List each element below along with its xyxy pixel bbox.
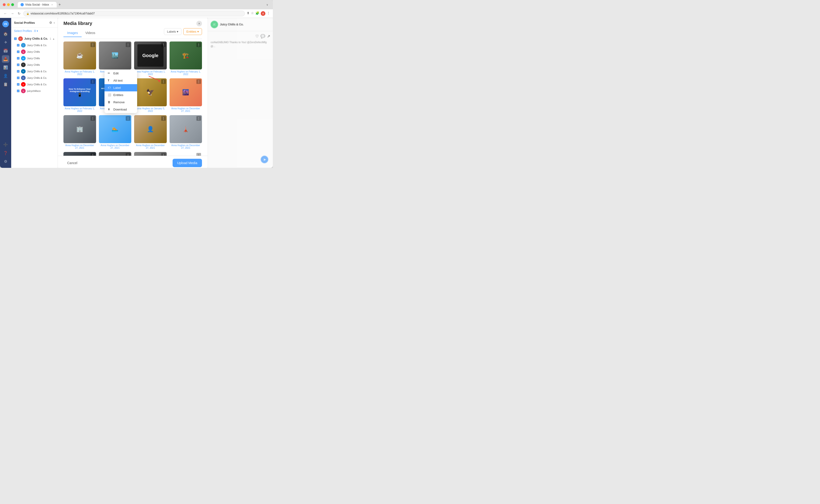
like-icon[interactable]: ♡ — [255, 34, 259, 38]
image-menu-button-11[interactable]: ⋮ — [161, 116, 166, 121]
entities-filter-button[interactable]: Entities ▾ — [183, 28, 202, 35]
image-menu-button-1[interactable]: ⋮ — [90, 42, 95, 47]
image-menu-button-16[interactable]: ⋮ — [196, 153, 201, 155]
send-message-button[interactable]: ➤ — [261, 156, 268, 163]
comment-icon[interactable]: 💬 — [260, 34, 265, 38]
profile-item-8[interactable]: ✓ ig juicychillsco — [11, 88, 58, 94]
bookmark-icon[interactable]: ☆ — [251, 11, 254, 16]
share-icon[interactable]: ⬆ — [247, 11, 249, 16]
group-count: 1 — [50, 38, 51, 40]
item-checkbox[interactable]: ✓ — [17, 50, 20, 53]
forward-button[interactable]: → — [10, 11, 15, 16]
upload-media-button[interactable]: Upload Media — [173, 159, 202, 167]
item-checkbox[interactable]: ✓ — [17, 57, 20, 60]
app-logo[interactable]: VS — [2, 21, 9, 27]
image-menu-button-14[interactable]: ⋮ — [126, 153, 130, 155]
profile-mgmt-icon[interactable]: 👤 — [2, 72, 9, 79]
window-controls: ∨ — [266, 3, 270, 6]
send-icon[interactable]: ✈ — [2, 38, 9, 46]
image-card-12[interactable]: 🗼 ⋮ Anna Hughes on December 27, 2021 — [169, 115, 202, 149]
image-caption-5: Anna Hughes on February 1, 2022 — [63, 107, 96, 112]
image-card-14[interactable]: 👥 ⋮ — [99, 152, 131, 155]
image-card-16[interactable]: UNLOCKINGTHEWORLD ⋮ — [169, 152, 202, 155]
new-tab-button[interactable]: + — [58, 2, 62, 7]
url-bar[interactable]: 🔒 vistasocial.com/inbox/61950b1c7a71904c… — [23, 11, 245, 16]
item-checkbox[interactable]: ✓ — [17, 44, 20, 47]
item-checkbox[interactable]: ✓ — [17, 90, 20, 92]
context-menu-entities[interactable]: ⬜ Entities — [104, 91, 137, 99]
image-menu-button-9[interactable]: ⋮ — [90, 116, 95, 121]
cancel-button[interactable]: Cancel — [63, 159, 81, 167]
tab-images[interactable]: Images — [63, 29, 82, 37]
context-menu-edit[interactable]: ✏ Edit — [104, 70, 137, 77]
active-tab[interactable]: Vista Social - Inbox × — [18, 2, 57, 7]
image-card-4[interactable]: 🏗️ ⋮ Anna Hughes on February 1, 2022 — [169, 41, 202, 76]
profile-icon[interactable]: A — [261, 11, 265, 16]
profile-item-4[interactable]: ✓ 𝕏 Juicy Chills — [11, 62, 58, 68]
group-expand-icon[interactable]: ▲ — [52, 38, 55, 40]
profile-item-1[interactable]: ✓ f Juicy Chills & Co. — [11, 42, 58, 48]
modal-tabs: Images Videos — [63, 26, 99, 37]
tab-bar: Vista Social - Inbox × + — [18, 2, 264, 7]
home-icon[interactable]: 🏠 — [2, 30, 9, 38]
analytics-icon[interactable]: 📊 — [2, 64, 9, 71]
tab-close-button[interactable]: × — [51, 3, 54, 6]
inbox-icon[interactable]: 📥 — [2, 55, 9, 63]
context-menu-alt-text[interactable]: T Alt text — [104, 77, 137, 84]
title-bar: Vista Social - Inbox × + ∨ — [0, 0, 273, 9]
image-card-9[interactable]: 🏢 ⋮ Anna Hughes on December 27, 2021 — [63, 115, 96, 149]
context-menu-remove[interactable]: 🗑 Remove — [104, 99, 137, 106]
image-card-10[interactable]: 🏊 ⋮ Anna Hughes on December 27, 2021 — [99, 115, 131, 149]
image-caption-11: Anna Hughes on December 27, 2021 — [134, 144, 167, 149]
image-card-5[interactable]: How To Enhance Your Instagram Branding 📱… — [63, 78, 96, 112]
close-button[interactable] — [3, 3, 6, 6]
filter-icon[interactable]: ⚙ — [49, 21, 52, 24]
image-menu-button-3[interactable]: ⋮ — [161, 42, 166, 47]
image-card-15[interactable]: ✈️ ⋮ — [134, 152, 167, 155]
context-menu-label[interactable]: 🏷 Label — [104, 84, 137, 91]
refresh-button[interactable]: ↻ — [17, 11, 21, 16]
context-menu-download[interactable]: ⬇ Download — [104, 106, 137, 113]
image-menu-button-10[interactable]: ⋮ — [126, 116, 130, 121]
image-card-3[interactable]: Google ⋮ Anna Hughes on February 1, 2022 — [134, 41, 167, 76]
item-checkbox[interactable]: ✓ — [17, 63, 20, 66]
image-card-13[interactable]: 🚇 ⋮ — [63, 152, 96, 155]
collapse-icon[interactable]: ‹ — [54, 21, 55, 24]
group-header[interactable]: ✓ JC Juicy Chills & Co. 1 ▲ — [11, 35, 58, 42]
reports-icon[interactable]: 📋 — [2, 80, 9, 88]
profile-item-7[interactable]: ✓ yt Juicy Chills & Co. — [11, 81, 58, 88]
calendar-icon[interactable]: 📅 — [2, 47, 9, 54]
item-checkbox[interactable]: ✓ — [17, 76, 20, 79]
image-menu-button-13[interactable]: ⋮ — [90, 153, 95, 155]
back-button[interactable]: ← — [3, 11, 8, 16]
tab-videos[interactable]: Videos — [82, 29, 99, 37]
image-card-8[interactable]: 🌆 ⋮ Anna Hughes on December 27, 2021 — [169, 78, 202, 112]
labels-filter-button[interactable]: Labels ▾ — [164, 28, 181, 35]
image-menu-button-15[interactable]: ⋮ — [161, 153, 166, 155]
item-checkbox[interactable]: ✓ — [17, 83, 20, 86]
profile-item-6[interactable]: ✓ fb Juicy Chills & Co. — [11, 75, 58, 81]
icon-sidebar: VS 🏠 ✈ 📅 📥 📊 👤 📋 ➕ ❓ ⚙ — [0, 18, 11, 168]
image-menu-button-8[interactable]: ⋮ — [196, 79, 201, 84]
image-menu-button-2[interactable]: ⋮ — [126, 42, 130, 47]
modal-close-button[interactable]: × — [196, 21, 202, 26]
menu-icon[interactable]: ⋮ — [267, 11, 270, 16]
profile-item-2[interactable]: ✓ ig Juicy Chills — [11, 48, 58, 55]
select-profiles-button[interactable]: Select Profiles · 8 ▾ — [11, 28, 58, 35]
settings-icon[interactable]: ⚙ — [2, 158, 9, 165]
share-social-icon[interactable]: ↗ — [267, 34, 270, 38]
group-checkbox[interactable]: ✓ — [14, 37, 17, 40]
image-card-11[interactable]: 👤 ⋮ Anna Hughes on December 27, 2021 — [134, 115, 167, 149]
help-icon[interactable]: ❓ — [2, 149, 9, 157]
image-card-1[interactable]: ☕ ⋮ Anna Hughes on February 1, 2022 — [63, 41, 96, 76]
add-icon[interactable]: ➕ — [2, 141, 9, 148]
image-menu-button-12[interactable]: ⋮ — [196, 116, 201, 121]
extensions-icon[interactable]: 🧩 — [255, 11, 259, 16]
maximize-button[interactable] — [11, 3, 14, 6]
minimize-button[interactable] — [7, 3, 10, 6]
profile-item-3[interactable]: ✓ tw Juicy Chills — [11, 55, 58, 62]
image-menu-button-4[interactable]: ⋮ — [196, 42, 201, 47]
image-menu-button-5[interactable]: ⋮ — [90, 79, 95, 84]
profile-item-5[interactable]: ✓ in Juicy Chills & Co. — [11, 68, 58, 75]
item-checkbox[interactable]: ✓ — [17, 70, 20, 73]
